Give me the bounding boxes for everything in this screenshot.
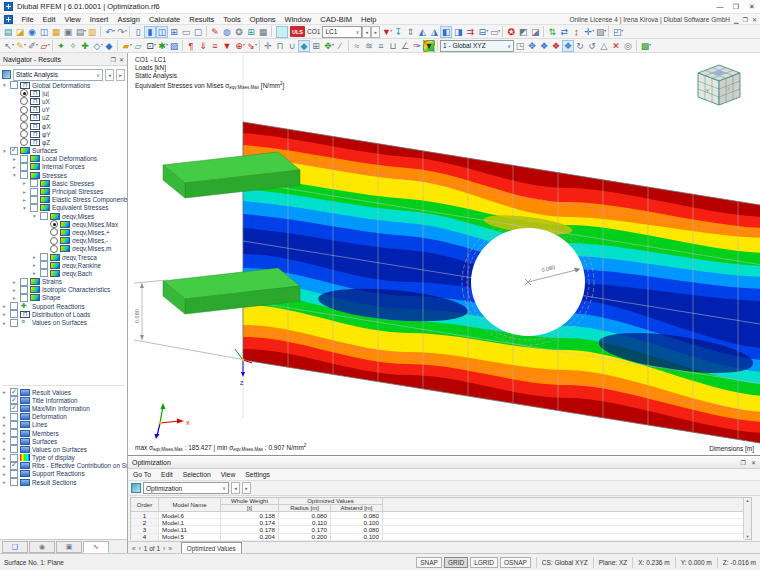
tree-item-control[interactable] [10, 302, 18, 310]
tree-item-control[interactable] [40, 269, 48, 277]
tree-item-control[interactable] [50, 220, 58, 228]
tree-result-sections[interactable]: Result Sections [0, 478, 127, 486]
tree-surfaces-display[interactable]: Surfaces [0, 437, 127, 445]
tree-sigma-eqv-mises-max[interactable]: σeqv,Mises,Max [0, 220, 127, 228]
t2-view-yz-icon[interactable]: ❖ [562, 40, 574, 52]
t2-support-icon[interactable]: ⊡ [144, 40, 156, 52]
expander-icon[interactable] [23, 197, 30, 203]
prev-page-button[interactable]: ‹ [139, 545, 141, 552]
tree-phi-x[interactable]: φX [0, 122, 127, 130]
t1-diagram-icon[interactable]: ▨ [594, 26, 606, 38]
t2-solid-icon[interactable]: ◆ [103, 40, 115, 52]
next-result-button[interactable]: ▸ [116, 69, 125, 81]
expander-icon[interactable] [23, 180, 30, 186]
tree-principal-stresses[interactable]: Principal Stresses [0, 187, 127, 195]
t2-angle-icon[interactable]: ∠ [399, 40, 411, 52]
doc-minimize-icon[interactable]: ▁ [734, 16, 739, 23]
t2-iso-view-icon[interactable]: △ [598, 40, 610, 52]
tree-item-control[interactable] [50, 228, 58, 236]
tree-sigma-eqv-tresca[interactable]: σeqv,Tresca [0, 253, 127, 261]
col-header-optimized-group[interactable]: Optimized Values [279, 498, 383, 505]
tree-item-control[interactable] [20, 130, 28, 138]
tree-item-control[interactable] [10, 470, 18, 478]
tree-item-control[interactable] [20, 294, 28, 302]
table-row[interactable]: 4 Model.5 0.204 0.200 0.100 [131, 534, 745, 541]
t2-measure-icon[interactable]: ∕ [334, 40, 346, 52]
t1-sheet-icon[interactable]: ▭ [180, 26, 192, 38]
optimization-table[interactable]: Order Model Name Whole Weight [t] Optimi… [130, 497, 752, 540]
tree-item-control[interactable] [10, 429, 18, 437]
expander-icon[interactable] [3, 414, 10, 420]
t2-target-icon[interactable]: ◎ [622, 40, 634, 52]
expander-icon[interactable] [23, 205, 30, 211]
lgrid-toggle[interactable]: LGRID [470, 557, 498, 568]
tree-item-control[interactable] [10, 445, 18, 453]
t2-align-icon[interactable]: ≈ [351, 40, 363, 52]
t2-view-xy-icon[interactable]: ❖ [538, 40, 550, 52]
first-page-button[interactable]: « [132, 545, 136, 552]
tree-u-x[interactable]: uX [0, 97, 127, 105]
tree-phi-y[interactable]: φY [0, 130, 127, 138]
menu-item[interactable]: Assign [113, 15, 145, 24]
menu-item[interactable]: CAD-BIM [316, 15, 357, 24]
tree-isotropic-characteristics[interactable]: Isotropic Characteristics [0, 286, 127, 294]
menu-item[interactable]: File [17, 15, 38, 24]
t2-refine-icon[interactable]: ▱ [132, 40, 144, 52]
navigation-cube[interactable]: -Y X [698, 65, 740, 105]
t1-wire-view-icon[interactable]: ◪ [529, 26, 541, 38]
expander-icon[interactable] [33, 254, 40, 260]
table-row[interactable]: 1 Model.6 0.138 0.080 0.080 [131, 512, 745, 519]
tree-title-information[interactable]: Title Information [0, 396, 127, 404]
t1-settings-icon[interactable]: ❂ [233, 26, 245, 38]
tree-item-control[interactable] [10, 421, 18, 429]
app-menu-icon[interactable] [4, 15, 13, 24]
t2-orbit-icon[interactable]: ↻ [574, 40, 586, 52]
pin-icon[interactable]: ❐ [111, 56, 116, 63]
t1-tables-toggle-icon[interactable]: ▮ [144, 26, 156, 38]
t2-mesh-icon[interactable]: ▰ [120, 40, 132, 52]
tree-max-min-information[interactable]: Max/Min Information [0, 404, 127, 412]
t1-edit-icon[interactable]: ✎ [209, 26, 221, 38]
menu-item[interactable]: Window [280, 15, 316, 24]
doc-restore-icon[interactable]: ❐ [743, 16, 748, 23]
t2-free-load-icon[interactable]: ⊕ [233, 40, 245, 52]
t2-area-load-icon[interactable]: ▼ [221, 40, 233, 52]
expander-icon[interactable] [13, 156, 20, 162]
tree-item-control[interactable] [40, 212, 48, 220]
expander-icon[interactable] [3, 320, 10, 326]
load-case-combo[interactable]: LC1∨ [322, 26, 362, 38]
expander-icon[interactable] [3, 303, 10, 309]
pin-icon[interactable]: ❐ [741, 459, 746, 466]
tree-item-control[interactable] [40, 253, 48, 261]
optimization-panel-header[interactable]: Optimization ❐ ✕ [128, 456, 760, 469]
t1-connect-icon[interactable]: ◉ [26, 26, 38, 38]
expander-icon[interactable] [3, 148, 10, 154]
tree-item-control[interactable] [20, 286, 28, 294]
t2-grid-icon[interactable]: ◆ [298, 40, 310, 52]
expander-icon[interactable] [3, 422, 10, 428]
menu-item[interactable]: Go To [128, 471, 156, 478]
t2-zoom-select-icon[interactable]: ◳ [514, 40, 526, 52]
osnap-toggle[interactable]: OSNAP [500, 557, 531, 568]
t2-section-cut-icon[interactable]: ∪ [286, 40, 298, 52]
grid-toggle[interactable]: GRID [444, 557, 468, 568]
table-row[interactable]: 2 Model.1 0.174 0.110 0.100 [131, 519, 745, 526]
t1-copy-icon[interactable]: ◫ [38, 26, 50, 38]
tree-support-reactions-display[interactable]: Support Reactions [0, 470, 127, 478]
tree-basic-stresses[interactable]: Basic Stresses [0, 179, 127, 187]
menu-item[interactable]: Results [185, 15, 219, 24]
tree-item-control[interactable] [10, 462, 18, 470]
tree-item-control[interactable] [20, 114, 28, 122]
next-load-case-button[interactable]: ▸ [371, 26, 380, 38]
t2-dimension-icon[interactable]: ⊔ [387, 40, 399, 52]
tree-support-reactions[interactable]: Support Reactions [0, 302, 127, 310]
tree-sigma-eqv-bach[interactable]: σeqv,Bach [0, 269, 127, 277]
t1-axes-all-icon[interactable]: ✛ [582, 26, 594, 38]
t2-plane-icon[interactable]: ⊞ [310, 40, 322, 52]
tree-u-abs[interactable]: |u| [0, 89, 127, 97]
expander-icon[interactable] [33, 270, 40, 276]
maximize-button[interactable]: ❐ [728, 0, 744, 13]
expander-icon[interactable] [13, 287, 20, 293]
tree-global-deformations[interactable]: Global Deformations [0, 81, 127, 89]
t1-panel-icon[interactable]: ⊟ [476, 26, 488, 38]
